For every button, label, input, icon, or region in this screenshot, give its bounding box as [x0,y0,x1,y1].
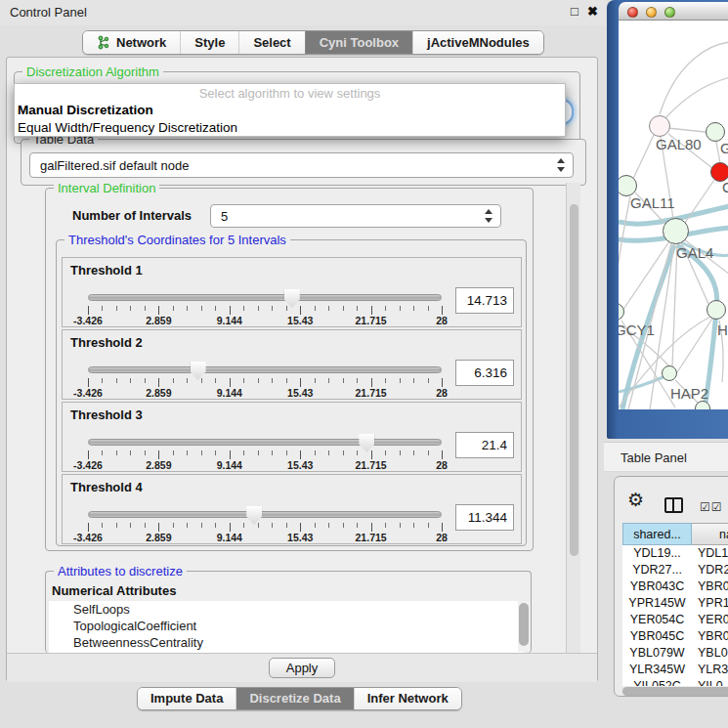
network-node-hap2[interactable] [662,365,677,381]
cyni-toolbox-panel: Discretization Algorithm Select algorith… [6,57,598,682]
attributes-list-scrollbar[interactable] [518,601,530,652]
threshold-2-slider[interactable] [88,366,442,373]
combo-stepper-icon [557,158,566,172]
node-label-clipped: C [722,179,728,195]
network-node[interactable] [695,401,710,409]
table-panel-title: Table Panel [621,450,687,465]
gear-icon[interactable]: ⚙ [627,491,644,509]
network-window-titlebar[interactable] [619,2,728,21]
table-row[interactable]: YLR345WYLR3 [622,662,728,678]
table-row[interactable]: YER054CYER0 [622,612,728,628]
column-header-shared-name[interactable]: shared... [622,523,692,545]
table-horizontal-scrollbar[interactable] [622,687,728,696]
threshold-3-scale: -3.426 2.859 9.144 15.43 21.715 28 [88,459,442,471]
node-label-hap2: HAP2 [670,385,708,402]
table-panel-titlebar: Table Panel [604,442,728,472]
interval-definition-group: Interval Definition Number of Intervals … [45,188,534,551]
thresholds-group: Threshold's Coordinates for 5 Intervals … [56,239,527,546]
thresholds-group-title: Threshold's Coordinates for 5 Intervals [64,233,290,247]
threshold-3-slider[interactable] [88,439,442,446]
network-node-gal80[interactable] [649,115,670,137]
threshold-4-ticks [88,523,442,532]
number-of-intervals-value: 5 [221,209,228,224]
tab-style[interactable]: Style [180,31,238,54]
tab-jactivemnodules[interactable]: jActiveMNodules [412,31,543,54]
table-header-row: shared... name [622,523,728,545]
tab-discretize-data[interactable]: Discretize Data [236,688,353,709]
apply-bar: Apply [7,653,597,682]
number-of-intervals-combobox[interactable]: 5 [210,204,501,228]
threshold-2-panel: Threshold 2 -3.426 2.859 9.144 15.43 21.… [62,329,522,400]
tab-cyni-toolbox[interactable]: Cyni Toolbox [305,31,412,54]
panel-vertical-scrollbar[interactable] [566,183,580,654]
table-row[interactable]: YIL052CYIL0 [622,678,728,686]
table-row[interactable]: YDR27...YDR2 [622,562,728,578]
node-label-clipped: GA [720,140,728,156]
column-layout-icon[interactable] [664,497,683,513]
node-label-gal11: GAL11 [630,194,675,211]
threshold-1-slider[interactable] [88,294,442,301]
algorithm-popup-hint: Select algorithm to view settings [15,86,565,101]
tab-network-label: Network [116,35,166,50]
threshold-2-ticks [88,378,442,387]
threshold-4-panel: Threshold 4 -3.426 2.859 9.144 15.43 21.… [62,474,522,544]
threshold-4-scale: -3.426 2.859 9.144 15.43 21.715 28 [88,532,442,543]
algorithm-dropdown-popup: Select algorithm to view settings Manual… [14,83,566,137]
tab-style-label: Style [194,35,225,50]
table-row[interactable]: YBR043CYBR0 [622,578,728,595]
control-panel-tabbar: Network Style Select Cyni Toolbox jActiv… [82,30,544,55]
tab-select[interactable]: Select [238,31,304,54]
node-label-h: H [717,321,728,338]
table-data-combobox[interactable]: galFiltered.sif default node [29,152,574,178]
close-traffic-light[interactable] [627,7,638,18]
list-item[interactable]: SelfLoops [49,601,524,618]
column-header-name[interactable]: name [692,523,728,545]
network-node[interactable] [706,122,725,142]
threshold-4-label: Threshold 4 [70,480,143,494]
float-window-icon[interactable]: □ [571,4,578,19]
node-attribute-table: shared... name YDL19...YDL1 YDR27...YDR2… [622,523,728,686]
table-row[interactable]: YPR145WYPR1 [622,595,728,612]
node-label-gcy1: GCY1 [619,321,655,338]
combo-stepper-icon [485,209,493,223]
threshold-2-label: Threshold 2 [70,335,143,350]
threshold-1-scale: -3.426 2.859 9.144 15.43 21.715 28 [88,315,442,326]
tab-infer-network[interactable]: Infer Network [354,688,461,709]
zoom-traffic-light[interactable] [664,7,675,18]
network-node-gal4[interactable] [663,218,689,244]
tab-select-label: Select [253,35,290,50]
scrollbar-thumb[interactable] [570,204,578,556]
threshold-3-value-field[interactable]: 21.4 [455,432,514,458]
application-window: Control Panel □ ✖ Network Style Select C… [0,0,728,728]
tab-cyni-toolbox-label: Cyni Toolbox [320,35,399,50]
network-node-h[interactable] [707,300,726,320]
threshold-4-slider[interactable] [88,511,442,518]
network-window[interactable]: GAL80 GA C GAL11 GAL4 GCY1 H HAP2 [607,0,728,439]
tab-network[interactable]: Network [83,31,180,54]
table-row[interactable]: YDL19...YDL1 [622,545,728,562]
apply-button[interactable]: Apply [269,658,335,678]
algorithm-option-equal-width[interactable]: Equal Width/Frequency Discretization [18,120,237,135]
threshold-3-label: Threshold 3 [70,407,143,422]
numerical-attributes-label: Numerical Attributes [52,583,176,598]
tab-impute-data[interactable]: Impute Data [138,688,236,709]
algorithm-option-manual[interactable]: Manual Discretization [18,103,153,117]
node-label-gal4: GAL4 [676,244,713,261]
scrollbar-thumb[interactable] [622,687,728,696]
threshold-2-value-field[interactable]: 6.316 [455,360,514,386]
discretization-algorithm-group-title: Discretization Algorithm [22,64,163,79]
list-item[interactable]: TopologicalCoefficient [49,618,524,634]
threshold-1-value-field[interactable]: 14.713 [455,287,514,314]
minimize-traffic-light[interactable] [646,7,657,18]
number-of-intervals-label: Number of Intervals [72,208,192,223]
numerical-attributes-list[interactable]: SelfLoops TopologicalCoefficient Between… [49,601,524,654]
table-row[interactable]: YBL079WYBL0 [622,645,728,662]
threshold-4-value-field[interactable]: 11.344 [455,504,514,531]
table-row[interactable]: YBR045CYBR0 [622,628,728,645]
network-canvas[interactable]: GAL80 GA C GAL11 GAL4 GCY1 H HAP2 [619,21,728,409]
select-columns-icon[interactable]: ☑☑ [700,500,723,514]
table-panel: ⚙ ☑☑ shared... name YDL19...YDL1 YDR27..… [614,476,728,697]
close-icon[interactable]: ✖ [587,4,598,19]
list-item[interactable]: BetweennessCentrality [49,634,524,651]
node-label-gal80: GAL80 [656,136,702,152]
